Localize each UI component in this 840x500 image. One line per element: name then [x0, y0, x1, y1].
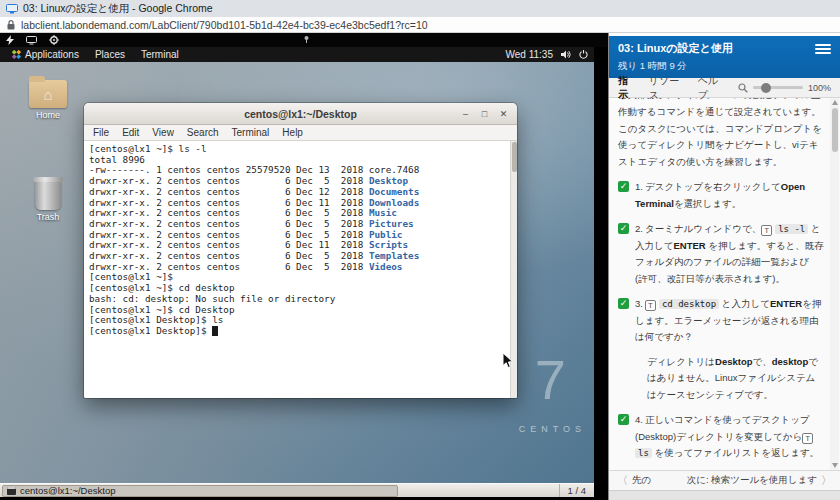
hamburger-menu-icon[interactable]	[815, 42, 831, 56]
remote-desktop-viewport: Applications Places Terminal Wed 11:35	[0, 33, 608, 500]
instruction-step: ✓1.デスクトップを右クリックしてOpen Terminalを選択します。	[618, 179, 824, 212]
terminal-menu[interactable]: Terminal	[135, 47, 185, 62]
home-icon-label: Home	[20, 110, 76, 120]
desktop[interactable]: 7 CENTOS ⌂ Home Trash centos@lx1:~/Deskt…	[0, 62, 594, 483]
step-note: ディレクトリはDesktopで、desktopではありません。Linuxファイル…	[647, 354, 824, 404]
minimize-button[interactable]: –	[460, 109, 471, 119]
previous-label: 先の	[632, 474, 651, 487]
taskbar: centos@lx1:~/Desktop 1 / 4	[0, 483, 594, 497]
menu-view[interactable]: View	[152, 127, 174, 138]
lab-title: 03: Linuxの設定と使用	[618, 41, 733, 56]
house-glyph-icon: ⌂	[29, 80, 67, 108]
terminal-titlebar[interactable]: centos@lx1:~/Desktop – □ ✕	[84, 103, 517, 125]
zoom-level: 100%	[808, 83, 831, 93]
lab-favicon-monitor-icon	[6, 4, 18, 14]
zoom-slider[interactable]	[753, 86, 803, 89]
trash-can-icon	[35, 180, 61, 210]
zoom-slider-knob[interactable]	[761, 83, 771, 93]
maximize-button[interactable]: □	[479, 109, 490, 119]
terminal-title: centos@lx1:~/Desktop	[84, 108, 517, 120]
applications-menu-label: Applications	[25, 49, 79, 60]
next-label: 次に: 検索ツールを使用します	[687, 474, 817, 487]
centos-watermark-7: 7	[535, 352, 566, 408]
scroll-down-icon[interactable]	[832, 463, 838, 468]
taskbar-task-button[interactable]: centos@lx1:~/Desktop	[2, 485, 398, 497]
menu-help[interactable]: Help	[282, 127, 303, 138]
address-url[interactable]: labclient.labondemand.com/LabClient/790b…	[21, 19, 428, 31]
instructions-panel[interactable]: の大部分が、テキストベースの設定ファイル上で 作動するコマンドを通じて設定されて…	[609, 98, 840, 470]
scroll-up-icon[interactable]	[832, 100, 838, 105]
menu-search[interactable]: Search	[187, 127, 219, 138]
linux-screen: Applications Places Terminal Wed 11:35	[0, 47, 594, 497]
step-text: 3.Tcd desktop と入力してENTERを押します。エラーメッセージが返…	[635, 296, 824, 346]
type-text-icon: T	[761, 225, 772, 236]
intro-paragraph: 作動するコマンドを通じて設定されています。このタスクについては、コマンドプロンプ…	[618, 104, 824, 170]
home-folder-icon: ⌂	[29, 80, 67, 108]
terminal-output: [centos@lx1 ~]$ ls -ltotal 8996-rw------…	[84, 141, 517, 340]
previous-task-link[interactable]: 〈 先の	[617, 473, 651, 488]
centos-logo-icon	[12, 50, 21, 59]
trash-icon-label: Trash	[20, 212, 76, 222]
step-checkbox-checked[interactable]: ✓	[618, 298, 629, 309]
chevron-right-icon: 〉	[821, 473, 832, 488]
sidebar-bottom-strip	[609, 490, 840, 500]
gnome-top-bar: Applications Places Terminal Wed 11:35	[0, 47, 594, 62]
clock[interactable]: Wed 11:35	[506, 49, 553, 60]
desktop-icon-trash[interactable]: Trash	[20, 180, 76, 222]
lab-sidebar: 03: Linuxの設定と使用 残り 1 時間 9 分 指示 リソース ヘルプ …	[608, 33, 840, 500]
mouse-cursor-icon	[502, 352, 514, 369]
settings-gear-icon[interactable]	[49, 35, 59, 45]
step-checkbox-checked[interactable]: ✓	[618, 181, 629, 192]
close-button[interactable]: ✕	[498, 109, 509, 119]
app-window: 03: Linuxの設定と使用 - Google Chrome labclien…	[0, 0, 840, 500]
browser-window-title: 03: Linuxの設定と使用 - Google Chrome	[23, 2, 213, 16]
sidebar-tabs: 指示 リソース ヘルプ 100%	[609, 78, 840, 98]
type-text-icon: T	[645, 300, 656, 311]
menu-edit[interactable]: Edit	[122, 127, 139, 138]
toolbar-pull-handle-icon[interactable]	[304, 36, 309, 43]
browser-titlebar: 03: Linuxの設定と使用 - Google Chrome	[0, 0, 840, 17]
step-checkbox-checked[interactable]: ✓	[618, 414, 629, 425]
terminal-menubar: File Edit View Search Terminal Help	[84, 125, 517, 141]
chevron-left-icon: 〈	[617, 473, 628, 488]
instruction-step: ✓2.ターミナルウィンドウで、Tls -l と入力してENTER を押します。す…	[618, 221, 824, 287]
step-text: 4.正しいコマンドを使ってデスクトップ(Desktop)ディレクトリを変更してか…	[635, 412, 824, 462]
step-text: 1.デスクトップを右クリックしてOpen Terminalを選択します。	[635, 179, 824, 212]
places-menu[interactable]: Places	[89, 47, 131, 62]
menu-terminal[interactable]: Terminal	[232, 127, 270, 138]
step-text: 2.ターミナルウィンドウで、Tls -l と入力してENTER を押します。する…	[635, 221, 824, 287]
sidebar-footer-nav: 〈 先の 次に: 検索ツールを使用します 〉	[609, 470, 840, 490]
volume-icon[interactable]	[561, 50, 571, 59]
step-list: ✓1.デスクトップを右クリックしてOpen Terminalを選択します。✓2.…	[618, 179, 824, 470]
display-icon[interactable]	[26, 36, 37, 45]
next-task-link[interactable]: 次に: 検索ツールを使用します 〉	[687, 473, 832, 488]
time-remaining: 残り 1 時間 9 分	[618, 60, 831, 73]
power-icon[interactable]	[579, 50, 588, 59]
instruction-step: ✓4.正しいコマンドを使ってデスクトップ(Desktop)ディレクトリを変更して…	[618, 412, 824, 462]
terminal-line: [centos@lx1 ~]$ ls -l	[89, 144, 512, 155]
task-label: centos@lx1:~/Desktop	[20, 485, 115, 496]
scrollbar-thumb[interactable]	[832, 108, 838, 152]
terminal-menu-label: Terminal	[141, 49, 179, 60]
sidebar-header: 03: Linuxの設定と使用 残り 1 時間 9 分	[609, 36, 840, 78]
type-text-icon: T	[802, 433, 813, 444]
applications-menu[interactable]: Applications	[6, 47, 85, 62]
workspace-switcher[interactable]: 1 / 4	[559, 484, 595, 497]
desktop-icon-home[interactable]: ⌂ Home	[20, 80, 76, 120]
places-menu-label: Places	[95, 49, 125, 60]
menu-file[interactable]: File	[93, 127, 109, 138]
search-icon[interactable]	[738, 83, 748, 93]
step-checkbox-checked[interactable]: ✓	[618, 223, 629, 234]
terminal-app-icon	[7, 487, 16, 495]
power-actions-icon[interactable]	[6, 35, 14, 45]
terminal-line: [centos@lx1 Desktop]$	[89, 326, 512, 337]
sidebar-scrollbar[interactable]	[830, 98, 839, 470]
step-note: コマンドはアウトプットを返さず、フォルダが空であることを示唆します。	[647, 470, 824, 471]
instruction-step: ✓3.Tcd desktop と入力してENTERを押します。エラーメッセージが…	[618, 296, 824, 346]
labclient-toolbar	[0, 33, 608, 47]
browser-address-bar[interactable]: labclient.labondemand.com/LabClient/790b…	[0, 17, 840, 33]
terminal-body[interactable]: [centos@lx1 ~]$ ls -ltotal 8996-rw------…	[84, 141, 517, 398]
centos-watermark-text: CENTOS	[519, 424, 586, 434]
lock-icon	[7, 20, 15, 30]
terminal-window: centos@lx1:~/Desktop – □ ✕ File Edit Vie…	[84, 103, 517, 398]
